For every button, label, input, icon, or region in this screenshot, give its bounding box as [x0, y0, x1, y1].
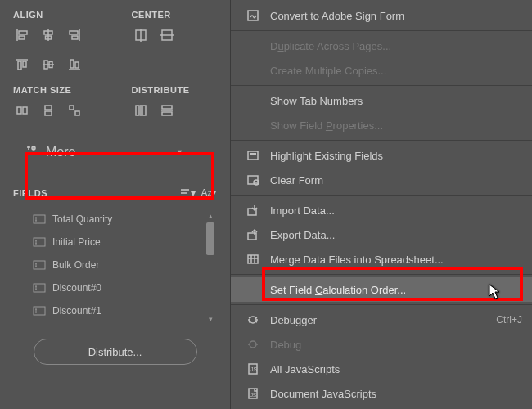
scroll-thumb[interactable] [206, 222, 214, 255]
align-left-icon[interactable] [13, 26, 31, 44]
menu-item: Create Multiple Copies... [231, 58, 532, 83]
center-horizontal-icon[interactable] [158, 26, 176, 44]
menu-item-label: Merge Data Files into Spreadsheet... [270, 254, 444, 266]
field-item[interactable]: Initial Price [33, 231, 217, 254]
menu-item[interactable]: Import Data... [231, 198, 532, 222]
menu-item-label: Clear Form [270, 174, 323, 187]
svg-rect-17 [75, 62, 79, 68]
distribute-button[interactable]: Distribute... [34, 339, 197, 365]
menu-separator [231, 85, 532, 86]
text-field-icon [33, 260, 46, 270]
svg-rect-11 [23, 61, 26, 67]
distribute-button-label: Distribute... [88, 346, 142, 358]
field-item-label: Total Quantity [52, 213, 112, 225]
menu-item[interactable]: DebuggerCtrl+J [231, 308, 532, 332]
more-label: More [46, 145, 75, 160]
svg-point-69 [250, 317, 256, 323]
menu-item: Duplicate Across Pages... [231, 34, 532, 58]
fields-view-toggle[interactable]: ▾ [179, 185, 196, 201]
more-dropdown[interactable]: More ▼ [13, 137, 195, 167]
left-panel: ALIGN CENTER MATCH SIZE [0, 0, 230, 409]
menu-item[interactable]: Document Actions [231, 406, 532, 409]
menu-item: Debug [231, 332, 532, 357]
highlight-fields-icon [246, 148, 260, 163]
svg-line-73 [255, 321, 257, 322]
svg-rect-58 [248, 151, 258, 160]
menu-item[interactable]: Convert to Adobe Sign Form [231, 3, 532, 28]
menu-item[interactable]: JSDocument JavaScripts [231, 381, 532, 406]
fields-sort-toggle[interactable]: AZ▾ [201, 185, 217, 201]
menu-item-label: Export Data... [270, 229, 335, 241]
menu-separator [231, 274, 532, 275]
svg-line-71 [255, 317, 257, 318]
menu-item-label: Show Field Properties... [270, 119, 383, 132]
align-top-icon[interactable] [13, 56, 31, 74]
svg-rect-37 [34, 215, 45, 223]
sign-icon [246, 8, 260, 23]
field-item[interactable]: Discount#1 [33, 299, 217, 322]
svg-rect-30 [142, 106, 146, 115]
wrench-icon [25, 144, 38, 160]
scroll-up-icon[interactable]: ▴ [205, 211, 215, 221]
menu-item: Show Field Properties... [231, 113, 532, 137]
svg-rect-41 [34, 238, 45, 246]
svg-rect-59 [250, 153, 256, 155]
svg-rect-32 [162, 106, 172, 109]
align-bottom-icon[interactable] [65, 56, 83, 74]
svg-line-70 [249, 317, 250, 318]
menu-separator [231, 140, 532, 141]
svg-rect-27 [75, 111, 79, 115]
svg-rect-33 [162, 112, 172, 115]
menu-item[interactable]: Merge Data Files into Spreadsheet... [231, 247, 532, 272]
field-item[interactable]: Total Quantity [33, 208, 217, 231]
import-data-icon [246, 203, 260, 218]
menu-item-label: All JavaScripts [270, 363, 340, 375]
align-right-icon[interactable] [65, 26, 83, 44]
menu-item-label: Debug [270, 339, 301, 351]
field-item-label: Discount#0 [52, 282, 101, 294]
menu-separator [231, 30, 532, 31]
svg-rect-29 [136, 106, 139, 115]
match-size-section-label: MATCH SIZE [13, 85, 99, 95]
fields-section-label: FIELDS [13, 188, 47, 198]
menu-item-label: Duplicate Across Pages... [270, 40, 391, 52]
svg-rect-22 [17, 107, 21, 114]
debugger-icon [246, 312, 260, 327]
menu-item[interactable]: JSAll JavaScripts [231, 357, 532, 381]
menu-item[interactable]: Clear Form [231, 168, 532, 192]
align-center-v-icon[interactable] [39, 56, 57, 74]
menu-separator [231, 304, 532, 305]
svg-rect-65 [248, 255, 258, 263]
menu-item[interactable]: Set Field Calculation Order... [231, 277, 532, 302]
svg-point-76 [250, 341, 256, 348]
field-item[interactable]: Bulk Order [33, 254, 217, 276]
field-item-label: Discount#1 [52, 305, 101, 317]
menu-item[interactable]: Show Tab Numbers [231, 88, 532, 113]
svg-rect-24 [45, 106, 52, 110]
distribute-horizontal-icon[interactable] [158, 101, 176, 119]
export-data-icon [246, 227, 260, 242]
align-section-label: ALIGN [13, 10, 99, 20]
distribute-vertical-icon[interactable] [132, 101, 150, 119]
menu-item-label: Show Tab Numbers [270, 95, 363, 107]
scroll-down-icon[interactable]: ▾ [205, 314, 215, 324]
svg-rect-25 [45, 111, 52, 115]
field-item[interactable]: Discount#0 [33, 276, 217, 299]
text-field-icon [33, 306, 46, 316]
match-height-icon[interactable] [39, 101, 57, 119]
field-item-label: Initial Price [52, 236, 101, 248]
menu-item-label: Highlight Existing Fields [270, 150, 383, 162]
menu-item[interactable]: Export Data... [231, 222, 532, 247]
svg-rect-45 [34, 261, 45, 269]
text-field-icon [33, 283, 46, 293]
menu-item-label: Debugger [270, 314, 317, 326]
align-center-h-icon[interactable] [39, 26, 57, 44]
center-vertical-icon[interactable] [132, 26, 150, 44]
match-width-icon[interactable] [13, 101, 31, 119]
fields-scrollbar[interactable]: ▴ ▾ [205, 211, 215, 326]
svg-rect-10 [18, 61, 21, 70]
svg-line-72 [249, 321, 250, 322]
match-both-icon[interactable] [65, 101, 83, 119]
svg-rect-53 [34, 307, 45, 315]
menu-item[interactable]: Highlight Existing Fields [231, 143, 532, 168]
